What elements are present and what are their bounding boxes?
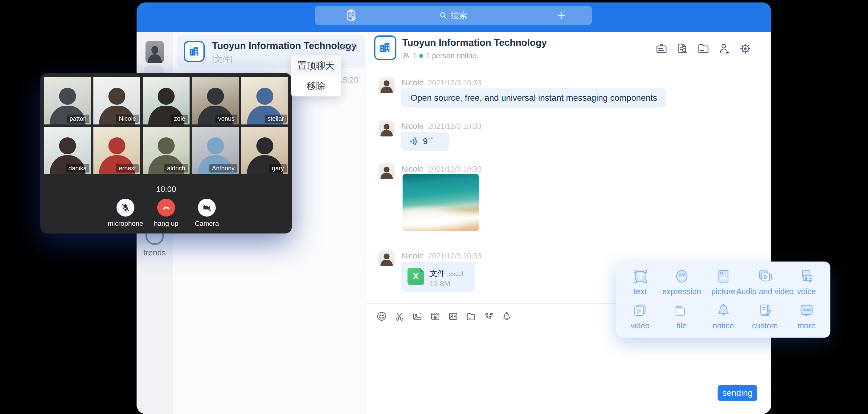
video-tile: Nicole bbox=[93, 77, 140, 124]
conversation-time-2: 15:20 bbox=[338, 75, 359, 85]
emoji-icon[interactable] bbox=[376, 311, 387, 322]
camera-off-button[interactable] bbox=[198, 199, 216, 217]
participant-grid: patton Nicole zoie venus stellar danika … bbox=[44, 77, 288, 174]
message-time: 2021/12/3 10:33 bbox=[428, 252, 482, 260]
video-tile: zoie bbox=[143, 77, 190, 124]
panel-item-video[interactable]: video bbox=[619, 302, 661, 330]
send-button[interactable]: sending bbox=[718, 385, 757, 401]
sender-name: Nicole bbox=[401, 164, 424, 173]
participant-name: Anthony bbox=[209, 164, 237, 172]
video-tile: danika bbox=[44, 127, 91, 174]
file-name: 文件.excel bbox=[430, 268, 463, 279]
chat-meta: 1 1 person online bbox=[402, 52, 476, 60]
search-icon bbox=[439, 11, 447, 20]
avatar[interactable] bbox=[378, 163, 395, 179]
video-call-icon[interactable] bbox=[483, 311, 494, 322]
group-files-button[interactable] bbox=[696, 42, 710, 56]
message-meta: Nicole2021/12/3 10:33 bbox=[401, 251, 482, 261]
message-time: 2021/12/3 10:33 bbox=[428, 165, 482, 173]
menu-item-remove[interactable]: 移除 bbox=[291, 76, 341, 96]
avatar[interactable] bbox=[378, 77, 395, 93]
settings-gear-icon[interactable] bbox=[739, 42, 752, 56]
search-bar[interactable]: 搜索 + bbox=[315, 6, 592, 25]
my-avatar[interactable] bbox=[146, 41, 164, 63]
expression-icon bbox=[673, 268, 690, 285]
video-tile: venus bbox=[192, 77, 239, 124]
call-controls: microphone hang up Camer bbox=[40, 199, 292, 228]
participant-name: ernest bbox=[116, 164, 139, 172]
voice-duration: 9`` bbox=[423, 136, 433, 146]
search-placeholder: 搜索 bbox=[450, 9, 468, 21]
context-menu: 置顶聊天 移除 bbox=[291, 56, 341, 96]
message-meta: Nicole2021/12/3 10:33 bbox=[401, 121, 482, 131]
send-file-icon[interactable] bbox=[465, 311, 476, 322]
participant-name: zoie bbox=[171, 115, 188, 123]
text-message: Open source, free, and universal instant… bbox=[401, 88, 666, 107]
menu-item-pin-chat[interactable]: 置顶聊天 bbox=[291, 56, 341, 76]
sender-name: Nicole bbox=[401, 251, 424, 260]
image-message[interactable] bbox=[403, 174, 479, 231]
participant-name: danika bbox=[66, 164, 89, 172]
screenshot-scissors-icon[interactable] bbox=[394, 311, 405, 322]
participant-name: gary bbox=[269, 164, 287, 172]
picture-icon bbox=[715, 268, 732, 285]
screen: 搜索 + trends bbox=[0, 0, 868, 414]
excel-file-icon: X bbox=[407, 268, 424, 285]
building-icon bbox=[188, 45, 200, 58]
video-call-window: patton Nicole zoie venus stellar danika … bbox=[40, 73, 292, 233]
message-type-panel: text expression bbox=[616, 261, 830, 338]
avatar[interactable] bbox=[378, 250, 395, 266]
chat-header: Tuoyun Information Technology 1 1 person… bbox=[367, 32, 771, 66]
search-field[interactable]: 搜索 bbox=[315, 6, 592, 25]
microphone-mute-button[interactable] bbox=[117, 199, 134, 217]
file-message[interactable]: X 文件.excel 12.8M bbox=[401, 261, 475, 292]
building-icon bbox=[378, 41, 392, 55]
add-plus-button[interactable]: + bbox=[557, 7, 565, 24]
notification-bell-icon[interactable] bbox=[501, 311, 512, 322]
panel-item-custom[interactable]: custom bbox=[744, 302, 786, 330]
video-upload-icon bbox=[631, 302, 649, 319]
panel-item-notice[interactable]: notice bbox=[703, 302, 744, 330]
panel-item-expression[interactable]: expression bbox=[661, 268, 703, 296]
voice-wave-icon bbox=[409, 137, 418, 146]
message-meta: Nicole2021/12/3 10:33 bbox=[401, 78, 482, 88]
video-tile: stellar bbox=[241, 77, 288, 124]
notice-bell-icon bbox=[715, 302, 732, 319]
add-member-button[interactable] bbox=[718, 42, 731, 56]
message-meta: Nicole2021/12/3 10:33 bbox=[401, 164, 482, 174]
video-tile: aldrich bbox=[143, 127, 190, 174]
group-notice-button[interactable] bbox=[655, 42, 668, 56]
contact-card-icon[interactable] bbox=[447, 311, 459, 322]
hang-up-button[interactable] bbox=[157, 199, 175, 217]
video-tile: patton bbox=[44, 77, 91, 124]
send-video-icon[interactable] bbox=[430, 311, 441, 322]
voice-message[interactable]: 9`` bbox=[401, 132, 450, 151]
conversation-title: Tuoyun Information Technology bbox=[212, 40, 356, 52]
message-time: 2021/12/3 10:33 bbox=[428, 78, 482, 87]
conversation-preview: [文件] bbox=[212, 54, 232, 65]
panel-item-more[interactable]: more bbox=[786, 302, 827, 330]
online-dot bbox=[419, 54, 423, 58]
sender-name: Nicole bbox=[401, 78, 424, 87]
panel-item-voice[interactable]: voice bbox=[786, 268, 827, 296]
file-folder-icon bbox=[673, 302, 690, 319]
participant-name: stellar bbox=[265, 115, 287, 123]
sender-name: Nicole bbox=[401, 121, 424, 131]
members-icon bbox=[402, 52, 410, 60]
call-timer: 10:00 bbox=[40, 185, 292, 194]
panel-item-file[interactable]: file bbox=[661, 302, 703, 330]
video-tile: Anthony bbox=[192, 127, 239, 174]
video-tile: ernest bbox=[93, 127, 140, 174]
video-tile: gary bbox=[241, 127, 288, 174]
avatar[interactable] bbox=[378, 121, 395, 136]
send-image-icon[interactable] bbox=[412, 311, 423, 322]
member-count: 1 bbox=[413, 52, 417, 60]
participant-name: venus bbox=[215, 115, 237, 123]
panel-item-text[interactable]: text bbox=[619, 268, 661, 296]
group-avatar bbox=[374, 35, 396, 60]
custom-note-icon bbox=[756, 302, 774, 319]
chat-panel: Tuoyun Information Technology 1 1 person… bbox=[367, 32, 771, 414]
message-time: 2021/12/3 10:33 bbox=[428, 122, 482, 130]
search-history-button[interactable] bbox=[676, 42, 689, 56]
panel-item-audio-video[interactable]: Audio and video bbox=[744, 268, 786, 296]
